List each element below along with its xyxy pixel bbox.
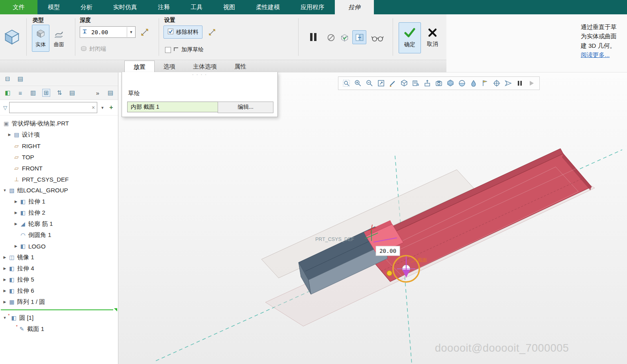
section-tag[interactable]: 截面 (417, 257, 427, 263)
pause-icon[interactable] (515, 79, 524, 88)
tab-properties[interactable]: 属性 (226, 61, 255, 72)
tree-item-right-plane[interactable]: ▱ RIGHT (0, 140, 118, 151)
spin-center-icon[interactable] (492, 79, 501, 88)
edit-sketch-button[interactable]: 编辑... (218, 102, 273, 113)
menu-extrude-active[interactable]: 拉伸 (335, 0, 374, 14)
tree-item-logo[interactable]: ▶ ◧ LOGO (0, 241, 118, 252)
collapse-arrow[interactable]: ▼ (2, 188, 8, 192)
menu-view[interactable]: 视图 (213, 0, 246, 14)
tree-new-folder-icon[interactable]: ▤ (17, 75, 24, 82)
attached-preview-button[interactable] (352, 30, 366, 44)
zoom-region-icon[interactable] (342, 79, 351, 88)
no-preview-icon[interactable] (325, 32, 337, 43)
expand-arrow[interactable]: ▶ (13, 222, 19, 226)
tree-item-extrude-2[interactable]: ▶ ◧ 拉伸 2 (0, 207, 118, 218)
depth-dimension[interactable]: 20.00 (376, 246, 400, 256)
pause-feature-button[interactable] (306, 29, 320, 45)
glasses-preview-icon[interactable] (369, 33, 386, 44)
shaded-view-icon[interactable] (446, 79, 455, 88)
filter-funnel-icon[interactable]: ▽ (3, 105, 7, 111)
tree-item-extrude-6[interactable]: ▶ ◧ 拉伸 6 (0, 285, 118, 296)
thicken-checkbox[interactable] (165, 47, 171, 53)
remove-material-button[interactable]: 移除材料 (163, 25, 202, 39)
grid-view-icon[interactable]: ⊞ (42, 89, 50, 97)
record-icon[interactable] (527, 79, 536, 88)
tree-item-front-plane[interactable]: ▱ FRONT (0, 162, 118, 174)
menu-applications[interactable]: 应用程序 (290, 0, 335, 14)
tree-item-pattern-1[interactable]: ▶ ▦ 阵列 1 / 圆 (0, 296, 118, 307)
menu-tools[interactable]: 工具 (180, 0, 213, 14)
panel-drag-handle[interactable]: · · · · (122, 72, 277, 78)
sort-icon[interactable]: ⇅ (56, 89, 63, 96)
tree-item-csys[interactable]: ⊥ PRT_CSYS_DEF (0, 174, 118, 185)
tree-item-section-1[interactable]: * ✎ 截面 1 (0, 323, 118, 335)
more-chevrons-icon[interactable]: » (94, 90, 101, 96)
verify-feature-icon[interactable] (339, 32, 350, 43)
menu-file[interactable]: 文件 (0, 0, 37, 14)
zoom-out-icon[interactable] (365, 79, 374, 88)
view-normal-icon[interactable] (423, 79, 432, 88)
tree-settings-doc-icon[interactable]: ▤ (107, 89, 114, 96)
tree-item-extrude-1[interactable]: ▶ ◧ 拉伸 1 (0, 196, 118, 207)
section-view-icon[interactable] (458, 79, 466, 88)
tree-item-profile-rib[interactable]: ▶ ◢ 轮廓 筋 1 (0, 218, 118, 229)
menu-annotate[interactable]: 注释 (147, 0, 180, 14)
tree-item-design-items[interactable]: ▶ ▤ 设计项 (0, 129, 118, 140)
tree-item-circle-1[interactable]: ▼ * ◧ 圆 [1] (0, 312, 118, 323)
expand-arrow[interactable]: ▶ (13, 244, 19, 248)
expand-arrow[interactable]: ▶ (13, 200, 19, 204)
tree-split-icon[interactable]: ⊟ (4, 75, 11, 82)
tree-item-part-root[interactable]: ▣ 管状焊锡-收纳架.PRT (0, 118, 118, 129)
search-clear-icon[interactable]: × (90, 104, 97, 111)
tree-item-extrude-4[interactable]: ▶ ◧ 拉伸 4 (0, 263, 118, 274)
menu-model[interactable]: 模型 (37, 0, 70, 14)
search-dropdown-icon[interactable]: ▾ (99, 105, 106, 110)
depth-value-combo[interactable]: 20.00 ▾ (80, 26, 136, 38)
expand-arrow[interactable]: ▶ (6, 133, 13, 137)
appearance-icon[interactable] (469, 79, 478, 88)
expand-arrow[interactable]: ▶ (2, 266, 8, 270)
tree-columns-icon[interactable]: ▤ (69, 89, 76, 96)
tab-body-options[interactable]: 主体选项 (184, 61, 226, 72)
menu-analysis[interactable]: 分析 (70, 0, 103, 14)
expand-arrow[interactable]: ▶ (2, 300, 8, 304)
tab-options[interactable]: 选项 (155, 61, 184, 72)
refit-icon[interactable] (377, 79, 385, 88)
menu-flexible-modeling[interactable]: 柔性建模 (246, 0, 290, 14)
tree-item-round-1[interactable]: ◠ 倒圆角 1 (0, 229, 118, 241)
expand-arrow[interactable]: ▶ (13, 211, 19, 215)
tree-item-extrude-5[interactable]: ▶ ◧ 拉伸 5 (0, 274, 118, 285)
cancel-button[interactable]: 取消 (422, 22, 443, 53)
saved-views-icon[interactable] (411, 79, 420, 88)
depth-drag-dot[interactable] (387, 271, 392, 276)
read-more-link[interactable]: 阅读更多... (581, 50, 626, 59)
fly-through-icon[interactable] (504, 79, 513, 88)
expand-arrow[interactable]: ▶ (2, 255, 8, 259)
depth-dropdown-arrow[interactable]: ▾ (127, 27, 135, 37)
flip-material-side-button[interactable] (206, 25, 218, 39)
tree-search-input[interactable] (10, 103, 90, 112)
show-features-icon[interactable]: ◧ (4, 89, 11, 96)
ok-button[interactable]: 确定 (399, 22, 421, 53)
list-view-icon[interactable]: ≡ (17, 90, 24, 96)
depth-value-input[interactable]: 20.00 (89, 29, 127, 35)
sketch-collector-field[interactable]: 内部 截面 1 (127, 102, 221, 112)
surface-button[interactable]: 曲面 (50, 25, 68, 52)
expand-arrow[interactable]: ▶ (2, 278, 8, 282)
capture-icon[interactable] (434, 79, 443, 88)
solid-button[interactable]: 实体 (32, 25, 49, 52)
display-style-icon[interactable] (400, 79, 409, 88)
thicken-sketch-toggle[interactable]: 加厚草绘 (165, 46, 204, 53)
tree-item-local-group[interactable]: ▼ ▧ 组LOCAL_GROUP (0, 185, 118, 196)
search-add-icon[interactable]: + (108, 104, 115, 111)
insertion-locator[interactable] (0, 308, 118, 311)
detail-list-icon[interactable]: ▥ (29, 89, 37, 96)
depth-blind-icon[interactable] (80, 29, 89, 36)
tab-placement[interactable]: 放置 (124, 61, 155, 73)
tree-item-mirror-1[interactable]: ▶ ◫ 镜像 1 (0, 252, 118, 263)
flip-depth-direction-button[interactable] (138, 25, 151, 39)
zoom-in-icon[interactable] (354, 79, 362, 88)
closed-ends-toggle[interactable]: 封闭端 (81, 45, 106, 53)
annotation-display-icon[interactable] (481, 79, 489, 88)
expand-arrow[interactable]: ▶ (2, 289, 8, 293)
